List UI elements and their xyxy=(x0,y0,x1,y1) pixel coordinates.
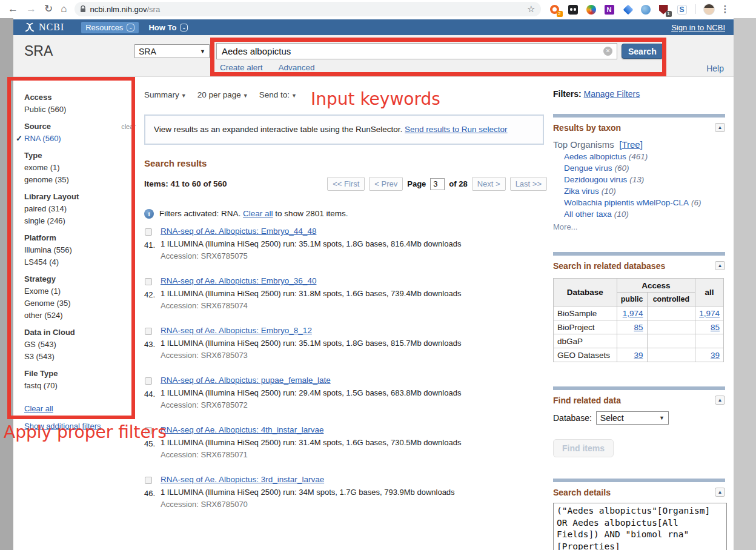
facet-value-rna-checked[interactable]: ✓RNA (560) xyxy=(24,133,144,144)
clear-all-notice-link[interactable]: Clear all xyxy=(243,209,273,218)
facet-value[interactable]: other (524) xyxy=(24,310,144,320)
clear-source-link[interactable]: clear xyxy=(121,123,136,130)
collapse-section-icon[interactable]: ▲ xyxy=(715,261,725,270)
dark-extension-icon[interactable] xyxy=(568,4,579,15)
taxon-link[interactable]: All other taxa xyxy=(564,210,612,219)
result-title-link[interactable]: RNA-seq of Ae. Albopictus: Embryo_36_40 xyxy=(161,276,316,285)
chevron-down-icon: ⌄ xyxy=(127,24,134,31)
back-icon[interactable]: ← xyxy=(8,0,18,18)
manage-filters-row: Filters: Manage Filters xyxy=(553,89,725,99)
manage-filters-link[interactable]: Manage Filters xyxy=(584,89,640,99)
database-select[interactable]: SRA ▼ xyxy=(134,44,210,58)
taxon-link[interactable]: Dengue virus xyxy=(564,164,612,173)
address-bar[interactable]: ncbi.nlm.nih.gov/sra ☆ xyxy=(75,2,541,16)
result-checkbox[interactable] xyxy=(145,328,152,335)
count-link[interactable]: 85 xyxy=(634,323,643,332)
section-bar xyxy=(553,386,725,390)
facet-value[interactable]: genome (35) xyxy=(24,174,144,185)
advanced-link[interactable]: Advanced xyxy=(279,63,315,72)
clear-all-filters-link[interactable]: Clear all xyxy=(24,404,144,413)
per-page-dropdown[interactable]: 20 per page▼ xyxy=(197,90,248,99)
count-link[interactable]: 1,974 xyxy=(623,309,643,318)
forward-icon[interactable]: → xyxy=(26,0,36,18)
q-extension-icon[interactable]: 2 xyxy=(550,4,560,15)
home-icon[interactable]: ⌂ xyxy=(61,0,67,18)
result-title-link[interactable]: RNA-seq of Ae. Albopictus: pupae_female_… xyxy=(161,376,331,385)
result-title-link[interactable]: RNA-seq of Ae. Albopictus: 3rd_instar_la… xyxy=(161,475,324,484)
count-link[interactable]: 85 xyxy=(711,323,720,332)
count-link[interactable]: 39 xyxy=(634,351,643,360)
search-details-textarea[interactable]: ("Aedes albopictus"[Organism] OR Aedes a… xyxy=(553,503,727,550)
profile-avatar[interactable] xyxy=(703,4,715,15)
collapse-section-icon[interactable]: ▲ xyxy=(715,396,725,405)
result-item: 41. RNA-seq of Ae. Albopictus: Embryo_44… xyxy=(144,227,548,260)
result-checkbox[interactable] xyxy=(145,377,152,385)
collapse-section-icon[interactable]: ▲ xyxy=(715,123,725,132)
facet-value[interactable]: single (246) xyxy=(24,216,144,226)
facet-value[interactable]: fastq (70) xyxy=(24,380,144,391)
result-title-link[interactable]: RNA-seq of Ae. Albopictus: Embryo_44_48 xyxy=(161,227,316,236)
taxon-item: Dezidougou virus(13) xyxy=(564,175,725,184)
taxon-link[interactable]: Aedes albopictus xyxy=(564,152,626,161)
shield-blocker-icon[interactable]: 1 xyxy=(659,4,669,15)
s-extension-icon[interactable]: S xyxy=(677,4,688,15)
last-page-button[interactable]: Last >> xyxy=(510,177,547,191)
send-to-dropdown[interactable]: Send to:▼ xyxy=(259,90,297,99)
sign-in-link[interactable]: Sign in to NCBI xyxy=(671,23,725,32)
facet-value[interactable]: Exome (1) xyxy=(24,286,144,296)
result-checkbox[interactable] xyxy=(145,477,152,484)
facet-value[interactable]: Genome (35) xyxy=(24,298,144,308)
collapse-section-icon[interactable]: ▲ xyxy=(715,488,725,497)
count-link[interactable]: 1,974 xyxy=(699,309,720,318)
facet-platform: Platform Illumina (556) LS454 (4) xyxy=(24,233,144,267)
search-button[interactable]: Search xyxy=(622,44,663,59)
result-checkbox[interactable] xyxy=(145,427,152,434)
page-number-input[interactable] xyxy=(430,178,445,190)
facet-value[interactable]: Public (560) xyxy=(24,104,144,114)
more-taxa-link[interactable]: More... xyxy=(553,222,725,231)
globe-extension-icon[interactable] xyxy=(641,4,651,15)
bookmark-star-icon[interactable]: ☆ xyxy=(527,4,535,15)
taxon-link[interactable]: Dezidougou virus xyxy=(564,175,627,184)
kite-extension-icon[interactable] xyxy=(623,4,633,15)
facet-value[interactable]: GS (543) xyxy=(24,339,144,350)
result-title-link[interactable]: RNA-seq of Ae. Albopictus: 4th_instar_la… xyxy=(161,425,323,434)
browser-menu-icon[interactable]: ⋮ xyxy=(721,4,730,15)
facet-value[interactable]: Illumina (556) xyxy=(24,245,144,255)
send-to-runselector-link[interactable]: Send results to Run selector xyxy=(405,125,508,134)
result-title-link[interactable]: RNA-seq of Ae. Albopictus: Embryo_8_12 xyxy=(161,326,312,335)
result-checkbox[interactable] xyxy=(145,228,152,236)
facet-strategy: Strategy Exome (1) Genome (35) other (52… xyxy=(24,274,144,320)
taxon-link[interactable]: Zika virus xyxy=(564,187,599,196)
facet-value[interactable]: paired (314) xyxy=(24,204,144,214)
filters-activated-notice: i Filters activated: RNA. Clear all to s… xyxy=(144,209,548,219)
ncbi-logo[interactable]: NCBI xyxy=(24,22,64,33)
related-database-select[interactable]: Select ▼ xyxy=(596,411,669,425)
find-items-button[interactable]: Find items xyxy=(553,439,614,457)
first-page-button[interactable]: << First xyxy=(327,177,365,191)
facet-value[interactable]: exome (1) xyxy=(24,162,144,173)
prev-page-button[interactable]: < Prev xyxy=(369,177,403,191)
search-input[interactable] xyxy=(216,43,617,59)
clear-search-icon[interactable]: ✕ xyxy=(603,47,612,56)
summary-dropdown[interactable]: Summary▼ xyxy=(144,90,187,99)
result-checkbox[interactable] xyxy=(145,278,152,285)
facet-value[interactable]: S3 (543) xyxy=(24,351,144,362)
count-link[interactable]: 39 xyxy=(711,351,720,360)
onenote-icon[interactable]: N xyxy=(605,4,615,15)
page-content: Access Public (560) Source clear ✓RNA (5… xyxy=(13,77,734,550)
items-pagination-row: Items: 41 to 60 of 560 << First < Prev P… xyxy=(144,177,548,191)
facet-access: Access Public (560) xyxy=(24,93,144,114)
facet-value[interactable]: LS454 (4) xyxy=(24,257,144,267)
help-link[interactable]: Help xyxy=(706,64,724,73)
resources-menu[interactable]: Resources ⌄ xyxy=(81,22,139,33)
how-to-menu[interactable]: How To ⌄ xyxy=(148,23,188,32)
download-manager-icon[interactable]: ↓ xyxy=(586,4,597,15)
reload-icon[interactable]: ↻ xyxy=(44,0,53,18)
next-page-button[interactable]: Next > xyxy=(472,177,506,191)
related-databases-table: Database Access all public controlled Bi… xyxy=(553,278,724,362)
taxon-link[interactable]: Wolbachia pipientis wMelPop-CLA xyxy=(564,198,689,207)
taxon-tree-link[interactable]: [Tree] xyxy=(619,139,643,150)
create-alert-link[interactable]: Create alert xyxy=(220,63,263,72)
show-additional-filters-link[interactable]: Show additional filters xyxy=(24,422,144,431)
